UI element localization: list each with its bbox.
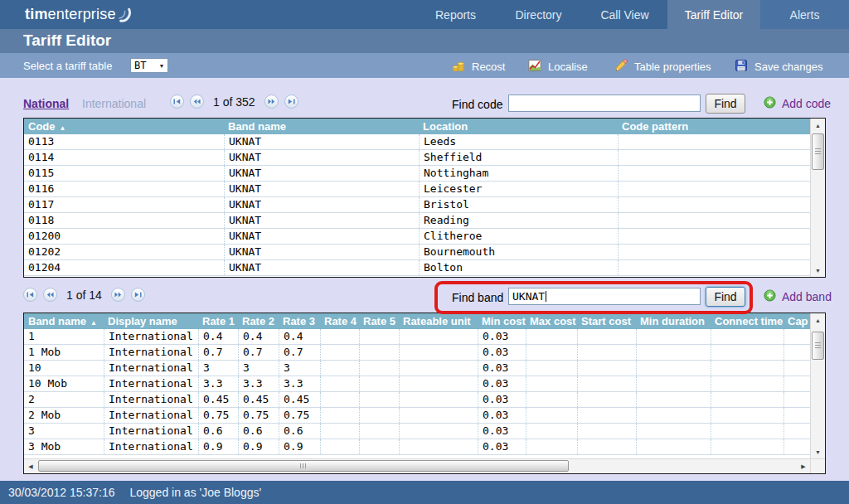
find-band-input[interactable]: UKNAT — [508, 288, 701, 305]
nav-item-directory[interactable]: Directory — [495, 0, 582, 29]
first-page-button[interactable] — [170, 94, 184, 109]
table-row[interactable]: 2International0.450.450.450.03 — [24, 392, 810, 408]
scroll-down-icon[interactable]: ▼ — [811, 264, 825, 277]
column-header[interactable]: Rate 1 — [198, 313, 238, 329]
table-cell: International — [104, 439, 198, 454]
bands-vertical-scrollbar[interactable]: ▲ ▼ — [810, 313, 825, 458]
scroll-left-icon[interactable]: ◀ — [24, 459, 37, 473]
table-row[interactable]: 0117UKNATBristol — [24, 197, 810, 213]
table-cell — [711, 392, 784, 407]
nav-item-alerts[interactable]: Alerts — [760, 0, 849, 29]
table-row[interactable]: 01200UKNATClitheroe — [24, 229, 810, 245]
tariff-table-select[interactable]: BT ▼ — [130, 58, 168, 73]
brand-logo[interactable]: timenterprise — [25, 0, 134, 29]
previous-page-button[interactable] — [190, 94, 204, 109]
codes-vertical-scrollbar[interactable]: ▲ ▼ — [810, 119, 825, 277]
add-code-link[interactable]: Add code — [764, 96, 831, 111]
table-row[interactable]: 0118UKNATReading — [24, 213, 810, 229]
find-code-button[interactable]: Find — [706, 94, 745, 114]
table-cell — [399, 345, 478, 360]
scroll-up-icon[interactable]: ▲ — [811, 119, 825, 132]
scroll-right-icon[interactable]: ▶ — [797, 459, 810, 473]
table-cell — [320, 424, 359, 439]
table-cell — [359, 424, 399, 439]
table-properties-button[interactable]: Table properties — [614, 59, 711, 75]
column-header[interactable]: Code▲ — [24, 119, 224, 134]
tab-national[interactable]: National — [23, 97, 69, 110]
nav-item-reports[interactable]: Reports — [416, 0, 495, 29]
table-cell: 0.4 — [198, 329, 238, 344]
column-header[interactable]: Cap l — [784, 313, 810, 329]
status-datetime: 30/03/2012 15:37:16 — [8, 486, 114, 499]
find-code-button-label: Find — [714, 97, 736, 110]
table-cell: 3.3 — [198, 376, 238, 391]
column-header[interactable]: Min duration — [636, 313, 711, 329]
column-header[interactable]: Min cost — [478, 313, 526, 329]
add-band-link[interactable]: Add band — [764, 289, 832, 304]
table-cell: UKNAT — [224, 197, 419, 212]
table-cell — [526, 439, 577, 454]
column-header[interactable]: Rate 5 — [359, 313, 399, 329]
table-row[interactable]: 0115UKNATNottingham — [24, 166, 810, 182]
table-row[interactable]: 1 MobInternational0.70.70.70.03 — [24, 345, 810, 361]
table-row[interactable]: 3International0.60.60.60.03 — [24, 424, 810, 439]
first-page-button[interactable] — [23, 288, 37, 302]
save-changes-button[interactable]: Save changes — [735, 59, 822, 75]
column-header[interactable]: Connect time — [711, 313, 784, 329]
table-row[interactable]: 0114UKNATSheffield — [24, 150, 810, 166]
find-band-button[interactable]: Find — [706, 287, 745, 307]
logo-swoosh-icon — [118, 6, 134, 24]
scrollbar-thumb[interactable] — [812, 332, 824, 360]
table-cell: Bristol — [419, 197, 618, 212]
scroll-up-icon[interactable]: ▲ — [811, 313, 825, 327]
column-header[interactable]: Location — [419, 119, 618, 134]
table-row[interactable]: 01202UKNATBournemouth — [24, 245, 810, 260]
last-page-button[interactable] — [284, 94, 298, 109]
table-cell — [636, 439, 711, 454]
bands-horizontal-scrollbar[interactable]: ◀ ▶ — [24, 458, 810, 473]
find-code-input[interactable] — [508, 94, 701, 112]
table-row[interactable]: 10International3330.03 — [24, 361, 810, 376]
table-cell — [784, 376, 810, 391]
column-header[interactable]: Code pattern — [618, 119, 810, 134]
table-properties-label: Table properties — [634, 61, 711, 73]
column-header[interactable]: Rate 4 — [320, 313, 359, 329]
table-cell: 0117 — [24, 197, 224, 212]
last-page-button[interactable] — [131, 288, 145, 302]
table-cell — [784, 424, 810, 439]
table-cell: 0.03 — [478, 361, 526, 376]
column-header[interactable]: Band name▲ — [24, 313, 104, 329]
table-row[interactable]: 1International0.40.40.40.03 — [24, 329, 810, 345]
table-row[interactable]: 10 MobInternational3.33.33.30.03 — [24, 376, 810, 392]
table-cell — [320, 408, 359, 423]
previous-page-button[interactable] — [43, 288, 57, 302]
localise-button[interactable]: Localise — [528, 59, 588, 75]
column-header[interactable]: Rate 2 — [238, 313, 279, 329]
table-cell — [618, 166, 810, 181]
table-cell: 3.3 — [279, 376, 320, 391]
scrollbar-thumb[interactable] — [38, 460, 569, 472]
table-row[interactable]: 2 MobInternational0.750.750.750.03 — [24, 408, 810, 424]
codes-pager: 1 of 352 — [170, 94, 298, 109]
nav-item-call-view[interactable]: Call View — [582, 0, 667, 29]
next-page-button[interactable] — [264, 94, 279, 109]
table-cell: 0.45 — [198, 392, 238, 407]
tab-international[interactable]: International — [82, 97, 146, 110]
column-header[interactable]: Max cost — [526, 313, 577, 329]
column-header[interactable]: Rate 3 — [279, 313, 320, 329]
table-row[interactable]: 3 MobInternational0.90.90.90.03 — [24, 439, 810, 455]
column-header[interactable]: Start cost — [577, 313, 636, 329]
nav-item-tariff-editor[interactable]: Tariff Editor — [667, 0, 760, 29]
table-cell — [618, 245, 810, 259]
next-page-button[interactable] — [111, 288, 125, 302]
table-row[interactable]: 01204UKNATBolton — [24, 260, 810, 276]
table-row[interactable]: 0116UKNATLeicester — [24, 182, 810, 197]
scroll-down-icon[interactable]: ▼ — [811, 445, 825, 458]
column-header[interactable]: Display name — [104, 313, 198, 329]
recost-button[interactable]: Recost — [452, 59, 505, 75]
column-header[interactable]: Rateable unit — [399, 313, 478, 329]
scrollbar-thumb[interactable] — [812, 133, 824, 170]
table-row[interactable]: 0113UKNATLeeds — [24, 134, 810, 150]
column-header[interactable]: Band name — [224, 119, 419, 134]
table-cell — [577, 439, 636, 454]
